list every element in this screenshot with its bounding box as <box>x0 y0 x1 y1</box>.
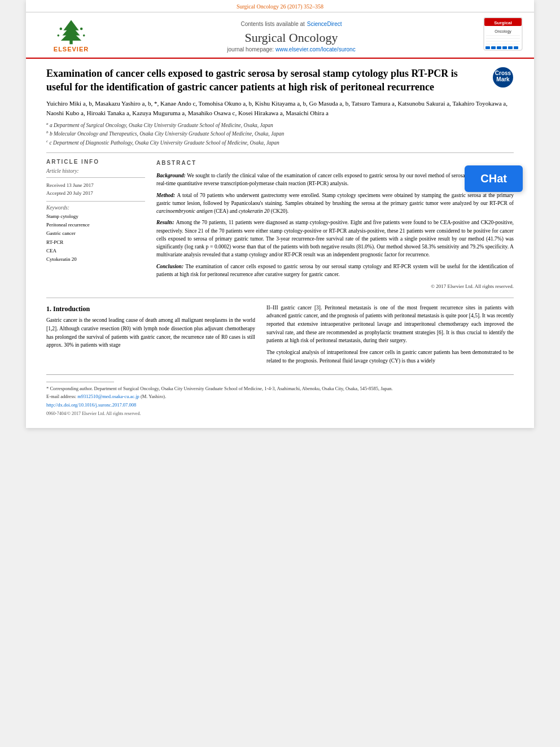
affiliations: a a Department of Surgical Oncology, Osa… <box>46 121 514 147</box>
article-info-column: ARTICLE INFO Article history: Received 1… <box>46 159 145 291</box>
info-abstract-row: ARTICLE INFO Article history: Received 1… <box>46 159 514 291</box>
received-date: Received 13 June 2017 <box>46 181 145 189</box>
email-link[interactable]: m9312510@med.osaka-cu.ac.jp <box>77 394 139 399</box>
abstract-background: Background: We sought to clarify the cli… <box>156 172 514 188</box>
crossmark-icon[interactable]: Cross Mark <box>492 67 514 88</box>
keyword-4: RT-PCR <box>46 238 145 247</box>
sciencedirect-link[interactable]: ScienceDirect <box>307 21 342 27</box>
svg-point-7 <box>83 34 85 37</box>
keyword-5: CEA <box>46 247 145 255</box>
copyright-notice: © 2017 Elsevier Ltd. All rights reserved… <box>156 283 514 291</box>
section-divider-2 <box>46 298 514 298</box>
journal-volume-bar: Surgical Oncology 26 (2017) 352–358 <box>26 0 534 12</box>
journal-homepage: journal homepage: www.elsevier.com/locat… <box>105 46 478 53</box>
journal-name: Surgical Oncology <box>105 30 478 45</box>
journal-header: ELSEVIER Contents lists available at Sci… <box>26 12 534 59</box>
authors-list: Yuichiro Miki a, b, Masakazu Yashiro a, … <box>46 99 514 119</box>
elsevier-logo-section: ELSEVIER <box>37 18 105 53</box>
abstract-conclusion: Conclusion: The examination of cancer ce… <box>156 263 514 279</box>
info-divider-1 <box>46 177 145 178</box>
affiliation-b: b b Molecular Oncology and Therapeutics,… <box>46 129 514 138</box>
affiliation-a: a a Department of Surgical Oncology, Osa… <box>46 121 514 129</box>
homepage-link[interactable]: www.elsevier.com/locate/suronc <box>275 46 356 53</box>
intro-paragraph-1: Gastric cancer is the second leading cau… <box>46 316 255 350</box>
intro-paragraph-3: The cytological analysis of intraperiton… <box>266 348 514 365</box>
article-title: Examination of cancer cells exposed to g… <box>46 67 485 94</box>
article-history-label: Article history: <box>46 168 145 174</box>
keywords-list: Stamp cytology Peritoneal recurrence Gas… <box>46 212 145 264</box>
section-number: 1. Introduction <box>46 304 255 314</box>
keyword-3: Gastric cancer <box>46 229 145 238</box>
affiliation-c: c c Department of Diagnostic Pathology, … <box>46 138 514 147</box>
doi-link[interactable]: http://dx.doi.org/10.1016/j.suronc.2017.… <box>46 402 136 408</box>
surgical-oncology-logo-icon: Surgical Oncology <box>483 17 523 51</box>
info-divider-2 <box>46 201 145 202</box>
abstract-column: ABSTRACT Background: We sought to clarif… <box>156 159 514 291</box>
svg-point-6 <box>57 34 59 37</box>
keyword-2: Peritoneal recurrence <box>46 221 145 229</box>
email-note: E-mail address: m9312510@med.osaka-cu.ac… <box>46 394 514 400</box>
svg-point-5 <box>80 28 83 30</box>
chat-button[interactable]: CHat <box>465 165 523 192</box>
journal-title-section: Contents lists available at ScienceDirec… <box>105 18 478 53</box>
svg-rect-21 <box>514 46 518 49</box>
svg-point-4 <box>60 28 63 30</box>
article-footer: * Corresponding author. Department of Su… <box>46 374 514 418</box>
svg-rect-17 <box>491 46 496 49</box>
doi-line: http://dx.doi.org/10.1016/j.suronc.2017.… <box>46 402 514 409</box>
svg-text:Surgical: Surgical <box>494 20 512 25</box>
svg-text:Mark: Mark <box>496 76 510 82</box>
svg-rect-20 <box>508 46 513 49</box>
svg-text:Cross: Cross <box>495 70 511 76</box>
abstract-method: Method: A total of 70 patients who under… <box>156 191 514 216</box>
abstract-header: ABSTRACT <box>156 159 514 167</box>
accepted-date: Accepted 20 July 2017 <box>46 189 145 197</box>
elsevier-brand-text: ELSEVIER <box>54 46 89 53</box>
intro-left-column: 1. Introduction Gastric cancer is the se… <box>46 304 255 369</box>
keyword-6: Cytokeratin 20 <box>46 255 145 264</box>
svg-rect-19 <box>502 46 507 49</box>
keywords-label: Keywords: <box>46 205 145 211</box>
article-page: Surgical Oncology 26 (2017) 352–358 E <box>26 0 534 428</box>
corresponding-author-note: * Corresponding author. Department of Su… <box>46 386 514 392</box>
sciencedirect-label: Contents lists available at ScienceDirec… <box>105 18 478 28</box>
svg-rect-18 <box>497 46 501 49</box>
elsevier-tree-icon <box>51 18 91 46</box>
intro-right-column: II–III gastric cancer [3]. Peritoneal me… <box>266 304 514 369</box>
svg-rect-16 <box>485 46 490 49</box>
svg-text:Oncology: Oncology <box>495 29 511 34</box>
keyword-1: Stamp cytology <box>46 212 145 221</box>
journal-logo-right: Surgical Oncology <box>478 17 523 53</box>
issn-line: 0960-7404/© 2017 Elsevier Ltd. All right… <box>46 410 514 417</box>
abstract-results: Results: Among the 70 patients, 11 patie… <box>156 219 514 259</box>
article-body: Examination of cancer cells exposed to g… <box>26 59 534 428</box>
intro-paragraph-2: II–III gastric cancer [3]. Peritoneal me… <box>266 304 514 346</box>
elsevier-logo: ELSEVIER <box>37 18 105 53</box>
article-info-header: ARTICLE INFO <box>46 159 145 165</box>
introduction-section: 1. Introduction Gastric cancer is the se… <box>46 304 514 369</box>
section-divider-1 <box>46 152 514 153</box>
footnote-divider <box>46 382 114 382</box>
title-row: Examination of cancer cells exposed to g… <box>46 67 514 94</box>
volume-info: Surgical Oncology 26 (2017) 352–358 <box>237 3 323 10</box>
